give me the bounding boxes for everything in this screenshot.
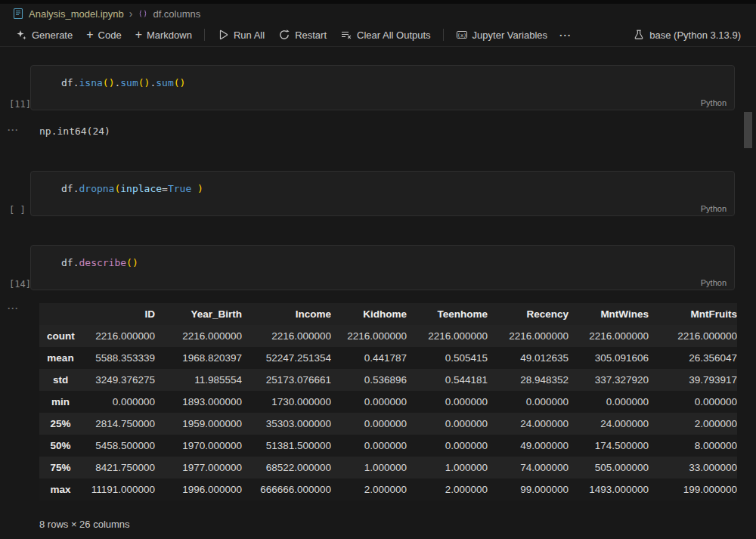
code-token: (	[103, 77, 109, 88]
breadcrumb: Analysis_model.ipynb › df.columns	[0, 4, 756, 23]
table-cell: 666666.000000	[249, 479, 339, 500]
code-cell-1[interactable]: df.isna().sum().sum() Python	[30, 65, 735, 110]
table-row: count2216.0000002216.0000002216.00000022…	[39, 325, 737, 347]
output-collapse-toggle[interactable]: ···	[8, 303, 19, 314]
table-cell: 2.000000	[414, 479, 495, 500]
table-cell: 24.000000	[576, 413, 656, 435]
table-cell: 24.000000	[495, 413, 576, 435]
table-header-row: IDYear_BirthIncomeKidhomeTeenhomeRecency…	[39, 303, 737, 325]
code-token: df	[61, 257, 73, 268]
cell-1-output: np.int64(24)	[39, 125, 110, 137]
cell-language-label[interactable]: Python	[701, 278, 727, 287]
table-cell: 2216.000000	[249, 325, 339, 347]
code-token: inplace	[120, 183, 162, 194]
breadcrumb-file[interactable]: Analysis_model.ipynb	[29, 8, 124, 20]
table-cell: 0.000000	[576, 391, 656, 413]
table-cell: 2216.000000	[495, 325, 576, 347]
code-cell-2[interactable]: df.dropna(inplace=True ) Python	[30, 171, 735, 216]
table-cell: 52247.251354	[249, 347, 339, 369]
jupyter-variables-button[interactable]: (x) Jupyter Variables	[450, 26, 553, 44]
row-index: max	[39, 479, 82, 500]
symbol-icon	[138, 8, 148, 19]
table-cell: 1.000000	[339, 457, 414, 479]
code-token: )	[197, 183, 203, 194]
notebook-file-icon	[12, 8, 24, 20]
table-cell: 2216.000000	[82, 325, 163, 347]
code-editor-cell-2[interactable]: df.dropna(inplace=True )	[61, 183, 203, 194]
table-cell: 11.985554	[163, 369, 249, 391]
table-cell: 1959.000000	[163, 413, 249, 435]
row-index: mean	[39, 347, 82, 369]
code-token: (	[126, 257, 132, 268]
code-token: True	[168, 183, 191, 194]
code-token: isna	[79, 77, 102, 88]
table-cell: 199.000000	[656, 479, 737, 500]
column-header: Year_Birth	[163, 303, 249, 325]
cell-language-label[interactable]: Python	[701, 204, 727, 213]
plus-icon: +	[135, 29, 142, 40]
chevron-right-icon: ›	[129, 8, 134, 20]
kernel-picker-button[interactable]: base (Python 3.13.9)	[627, 26, 747, 44]
table-cell: 1996.000000	[163, 479, 249, 500]
cell-language-label[interactable]: Python	[701, 98, 727, 107]
row-index: min	[39, 391, 82, 413]
clear-all-outputs-label: Clear All Outputs	[357, 29, 431, 41]
run-all-button[interactable]: Run All	[211, 26, 271, 44]
code-token: )	[132, 257, 138, 268]
table-cell: 2216.000000	[339, 325, 414, 347]
table-cell: 2.000000	[339, 479, 414, 500]
kernel-environment-icon	[633, 29, 645, 41]
code-token: dropna	[79, 183, 114, 194]
row-index: count	[39, 325, 82, 347]
restart-button[interactable]: Restart	[272, 26, 333, 44]
more-actions-button[interactable]: ···	[555, 26, 576, 44]
table-cell: 174.500000	[576, 435, 656, 457]
sparkle-icon	[15, 29, 27, 41]
code-token: df	[61, 77, 73, 88]
table-cell: 1977.000000	[163, 457, 249, 479]
table-cell: 0.000000	[414, 435, 495, 457]
code-editor-cell-3[interactable]: df.describe()	[61, 257, 138, 268]
table-cell: 35303.000000	[249, 413, 339, 435]
table-cell: 8421.750000	[82, 457, 163, 479]
table-cell: 5588.353339	[82, 347, 163, 369]
row-index: 50%	[39, 435, 82, 457]
add-code-cell-button[interactable]: + Code	[80, 26, 127, 44]
table-cell: 1730.000000	[249, 391, 339, 413]
scrollbar-thumb[interactable]	[744, 112, 752, 148]
table-cell: 1493.000000	[576, 479, 656, 500]
jupyter-variables-label: Jupyter Variables	[472, 29, 547, 41]
notebook-toolbar: Generate + Code + Markdown Run All Resta…	[0, 23, 756, 47]
table-cell: 8.000000	[656, 435, 737, 457]
row-index: 75%	[39, 457, 82, 479]
table-cell: 2216.000000	[163, 325, 249, 347]
code-cell-3[interactable]: df.describe() Python	[30, 245, 735, 290]
code-editor-cell-1[interactable]: df.isna().sum().sum()	[61, 77, 185, 88]
toolbar-divider	[204, 29, 205, 41]
table-cell: 0.000000	[339, 413, 414, 435]
describe-table: IDYear_BirthIncomeKidhomeTeenhomeRecency…	[39, 303, 737, 500]
table-cell: 0.000000	[414, 413, 495, 435]
code-token: sum	[120, 77, 138, 88]
table-cell: 0.000000	[339, 435, 414, 457]
table-cell: 51381.500000	[249, 435, 339, 457]
breadcrumb-symbol[interactable]: df.columns	[153, 8, 200, 20]
table-cell: 0.000000	[339, 391, 414, 413]
code-token: sum	[156, 77, 173, 88]
toolbar-divider	[443, 29, 444, 41]
column-header: MntFruits	[656, 303, 737, 325]
code-token: )	[180, 77, 186, 88]
clear-all-outputs-button[interactable]: Clear All Outputs	[334, 26, 437, 44]
table-cell: 1893.000000	[163, 391, 249, 413]
generate-button[interactable]: Generate	[9, 26, 79, 44]
add-markdown-cell-button[interactable]: + Markdown	[129, 26, 198, 44]
table-row: std3249.37627511.98555425173.0766610.536…	[39, 369, 737, 391]
table-cell: 68522.000000	[249, 457, 339, 479]
output-collapse-toggle[interactable]: ···	[8, 125, 19, 135]
scrollbar[interactable]	[744, 48, 752, 539]
code-token: (	[138, 77, 144, 88]
table-cell: 0.000000	[82, 391, 163, 413]
table-row: mean5588.3533391968.82039752247.2513540.…	[39, 347, 737, 369]
table-cell: 2216.000000	[414, 325, 495, 347]
ellipsis-icon: ···	[559, 29, 572, 41]
